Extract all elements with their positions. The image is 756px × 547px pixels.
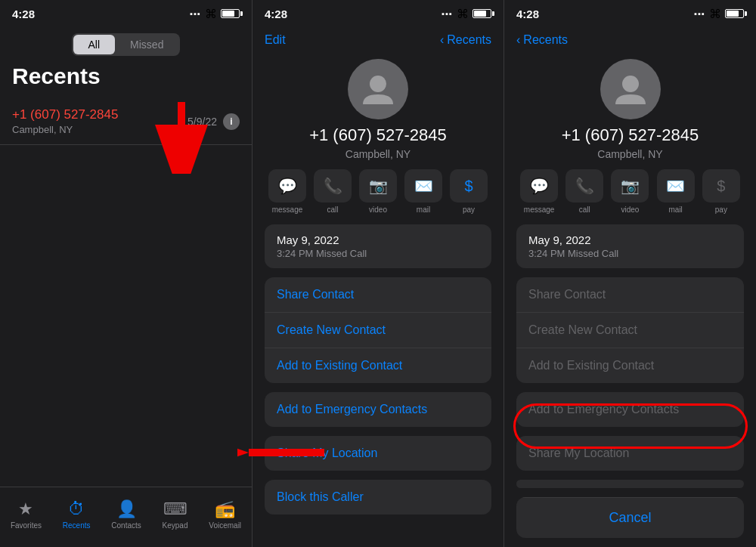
tab-keypad[interactable]: ⌨ Keypad (163, 499, 188, 530)
mail-label-panel3: mail (668, 206, 682, 214)
recents-item-info: +1 (607) 527-2845 Campbell, NY (12, 107, 118, 135)
action-call-panel2[interactable]: 📞 call (312, 169, 353, 214)
pay-icon-panel3: $ (702, 169, 740, 202)
info-button[interactable]: i (223, 113, 240, 130)
tab-recents[interactable]: ⏱ Recents (63, 499, 91, 530)
tab-missed[interactable]: Missed (115, 35, 178, 54)
contact-location-panel3: Campbell, NY (597, 148, 662, 160)
signal-icon-panel1: ▪▪▪ (190, 9, 201, 18)
recents-icon: ⏱ (68, 499, 85, 519)
pay-label-panel3: pay (715, 206, 727, 214)
message-label-panel3: message (524, 206, 555, 214)
status-bar-panel2: 4:28 ▪▪▪ ⌘ (253, 0, 503, 27)
tab-bar-panel1: ★ Favorites ⏱ Recents 👤 Contacts ⌨ Keypa… (0, 487, 252, 547)
mail-icon-panel3: ✉️ (657, 169, 695, 202)
call-label-panel3: call (579, 206, 590, 214)
back-label-panel2: Recents (447, 33, 491, 47)
recents-item-right: 5/9/22 i (187, 113, 240, 130)
add-emergency-panel2[interactable]: Add to Emergency Contacts (265, 392, 491, 427)
back-button-panel2[interactable]: ‹ Recents (440, 33, 491, 47)
avatar-area-panel3: +1 (607) 527-2845 Campbell, NY (504, 53, 756, 169)
battery-icon-panel1 (221, 9, 240, 18)
share-location-panel3: Share My Location (516, 436, 744, 471)
edit-button-panel2[interactable]: Edit (265, 33, 286, 47)
share-contact-panel3: Share Contact (516, 277, 744, 313)
time-panel2: 4:28 (265, 8, 287, 20)
block-confirm-card: You will not receive phone calls, messag… (516, 480, 744, 488)
recents-item[interactable]: +1 (607) 527-2845 Campbell, NY 5/9/22 i (0, 98, 252, 145)
detail-nav-panel2: Edit ‹ Recents (253, 27, 503, 53)
battery-icon-panel2 (472, 9, 491, 18)
call-log-panel2: May 9, 2022 3:24 PM Missed Call (265, 224, 491, 268)
cancel-button-panel3[interactable]: Cancel (516, 497, 744, 538)
avatar-icon-panel2 (359, 70, 397, 108)
menu-card3-panel3: Share My Location (516, 436, 744, 471)
video-label-panel2: video (369, 206, 387, 214)
add-existing-contact-panel3: Add to Existing Contact (516, 348, 744, 383)
create-new-contact-panel2[interactable]: Create New Contact (265, 313, 491, 348)
video-label-panel3: video (621, 206, 640, 214)
call-icon-panel3: 📞 (565, 169, 603, 202)
keypad-label: Keypad (163, 521, 188, 530)
voicemail-label: Voicemail (209, 521, 241, 530)
cancel-card-panel3: Cancel (516, 497, 744, 538)
action-pay-panel2[interactable]: $ pay (448, 169, 489, 214)
menu-card4-panel2: Block this Caller (265, 480, 491, 515)
action-video-panel2[interactable]: 📷 video (358, 169, 398, 214)
share-location-panel2[interactable]: Share My Location (265, 436, 491, 471)
detail-nav-panel3: ‹ Recents (504, 27, 756, 53)
tab-group: All Missed (12, 33, 240, 56)
video-icon-panel2: 📷 (359, 169, 397, 202)
share-contact-panel2[interactable]: Share Contact (265, 277, 491, 313)
back-button-panel3[interactable]: ‹ Recents (516, 33, 568, 47)
action-message-panel2[interactable]: 💬 message (267, 169, 308, 214)
time-panel3: 4:28 (516, 8, 539, 20)
action-mail-panel3[interactable]: ✉️ mail (655, 169, 696, 214)
block-caller-panel2[interactable]: Block this Caller (265, 480, 491, 515)
message-icon-panel2: 💬 (268, 169, 306, 202)
call-label-panel2: call (327, 206, 338, 214)
menu-card3-panel2: Share My Location (265, 436, 491, 471)
message-label-panel2: message (272, 206, 303, 214)
call-log-panel3: May 9, 2022 3:24 PM Missed Call (516, 224, 744, 268)
recents-list: +1 (607) 527-2845 Campbell, NY 5/9/22 i (0, 98, 252, 487)
action-message-panel3[interactable]: 💬 message (519, 169, 559, 214)
tab-all[interactable]: All (73, 35, 116, 54)
menu-card1-panel2: Share Contact Create New Contact Add to … (265, 277, 491, 383)
recent-phone: +1 (607) 527-2845 (12, 107, 118, 122)
wifi-icon-panel1: ⌘ (205, 7, 217, 21)
contact-location-panel2: Campbell, NY (345, 148, 411, 160)
signal-icon-panel3: ▪▪▪ (694, 9, 705, 18)
status-bar-panel1: 4:28 ▪▪▪ ⌘ (0, 0, 252, 27)
action-mail-panel2[interactable]: ✉️ mail (403, 169, 444, 214)
recent-location: Campbell, NY (12, 124, 118, 135)
add-emergency-panel3: Add to Emergency Contacts (516, 392, 744, 427)
signal-icon-panel2: ▪▪▪ (442, 9, 453, 18)
status-icons-panel2: ▪▪▪ ⌘ (442, 7, 491, 21)
tab-favorites[interactable]: ★ Favorites (11, 499, 42, 530)
call-log-date-panel3: May 9, 2022 (528, 233, 732, 246)
call-log-detail-panel2: 3:24 PM Missed Call (277, 248, 479, 259)
pay-icon-panel2: $ (450, 169, 488, 202)
contact-phone-panel2: +1 (607) 527-2845 (309, 125, 447, 145)
action-call-panel3[interactable]: 📞 call (564, 169, 605, 214)
status-icons-panel3: ▪▪▪ ⌘ (694, 7, 744, 21)
tab-voicemail[interactable]: 📻 Voicemail (209, 499, 241, 530)
tab-contacts[interactable]: 👤 Contacts (111, 499, 141, 530)
call-log-detail-panel3: 3:24 PM Missed Call (528, 248, 732, 259)
back-label-panel3: Recents (523, 33, 568, 47)
svg-point-5 (622, 76, 639, 92)
call-icon-panel2: 📞 (314, 169, 352, 202)
contacts-icon: 👤 (116, 499, 137, 519)
mail-label-panel2: mail (417, 206, 430, 214)
recents-title: Recents (12, 63, 240, 89)
action-video-panel3[interactable]: 📷 video (609, 169, 650, 214)
avatar-icon-panel3 (612, 70, 649, 108)
avatar-panel2 (348, 59, 408, 119)
avatar-area-panel2: +1 (607) 527-2845 Campbell, NY (253, 53, 503, 169)
add-existing-contact-panel2[interactable]: Add to Existing Contact (265, 348, 491, 383)
action-pay-panel3[interactable]: $ pay (701, 169, 742, 214)
status-icons-panel1: ▪▪▪ ⌘ (190, 7, 240, 21)
message-icon-panel3: 💬 (520, 169, 558, 202)
menu-card1-panel3: Share Contact Create New Contact Add to … (516, 277, 744, 383)
